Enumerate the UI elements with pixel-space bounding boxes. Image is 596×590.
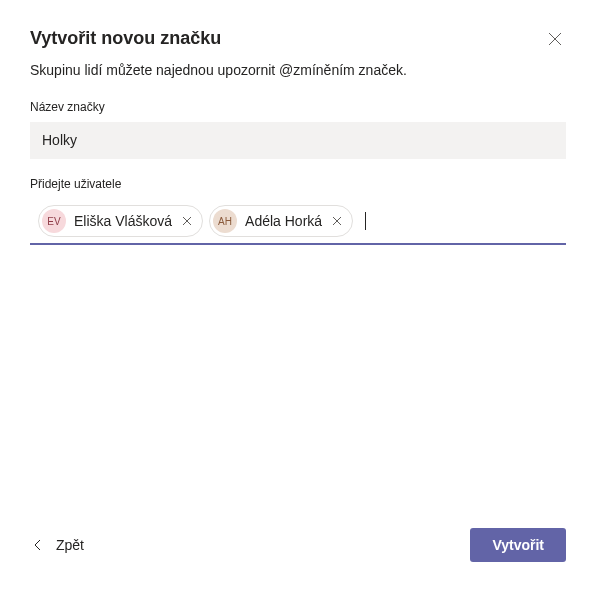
- dialog-title: Vytvořit novou značku: [30, 28, 221, 49]
- avatar: AH: [213, 209, 237, 233]
- avatar: EV: [42, 209, 66, 233]
- close-button[interactable]: [544, 28, 566, 52]
- create-button[interactable]: Vytvořit: [470, 528, 566, 562]
- close-icon: [182, 216, 192, 226]
- people-label: Přidejte uživatele: [30, 177, 566, 191]
- dialog-subtitle: Skupinu lidí můžete najednou upozornit @…: [30, 62, 566, 78]
- back-button[interactable]: Zpět: [30, 529, 88, 561]
- person-name: Adéla Horká: [245, 213, 322, 229]
- people-input[interactable]: [372, 213, 558, 229]
- person-chip: AH Adéla Horká: [209, 205, 353, 237]
- tag-name-label: Název značky: [30, 100, 566, 114]
- close-icon: [548, 32, 562, 46]
- tag-name-input[interactable]: [30, 122, 566, 159]
- back-label: Zpět: [56, 537, 84, 553]
- remove-person-button[interactable]: [180, 214, 194, 228]
- person-name: Eliška Vlášková: [74, 213, 172, 229]
- person-chip: EV Eliška Vlášková: [38, 205, 203, 237]
- people-picker[interactable]: EV Eliška Vlášková AH Adéla Horká: [30, 199, 566, 245]
- remove-person-button[interactable]: [330, 214, 344, 228]
- close-icon: [332, 216, 342, 226]
- chevron-left-icon: [34, 539, 42, 551]
- text-cursor: [365, 212, 366, 230]
